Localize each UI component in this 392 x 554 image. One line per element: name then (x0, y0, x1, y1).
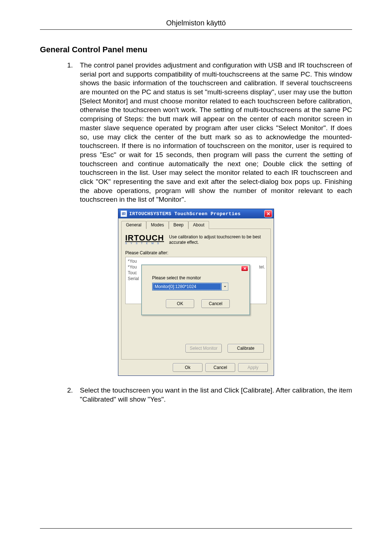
brand-block: IRTOUCH S Y S T E M S (125, 233, 164, 245)
tab-bar: General Modes Beep About (121, 221, 271, 229)
apply-button[interactable]: Apply (238, 363, 268, 372)
inner-cancel-button[interactable]: Cancel (201, 299, 230, 308)
tab-modes[interactable]: Modes (146, 221, 169, 229)
tab-general[interactable]: General (121, 221, 146, 229)
list-item: *You (128, 259, 264, 264)
dialog-titlebar: IR IRTOUCHSYSTEMS TouchScreen Properties… (118, 209, 274, 218)
brand-description: Use calibration to adjust touchscreen to… (169, 233, 267, 245)
calibrate-button[interactable]: Calibrate (228, 344, 264, 353)
inner-close-icon[interactable]: ✕ (241, 266, 248, 271)
calibrate-after-label: Please Calibrate after: (125, 250, 267, 255)
chevron-down-icon[interactable] (221, 283, 228, 290)
select-monitor-prompt: Please select the monitor (152, 275, 244, 280)
dialog-screenshot: IR IRTOUCHSYSTEMS TouchScreen Properties… (40, 209, 352, 376)
section-title: General Control Panel menu (40, 45, 352, 54)
page-header: Ohjelmiston käyttö (40, 19, 352, 29)
inner-ok-button[interactable]: OK (166, 299, 194, 308)
select-monitor-dialog: ✕ Please select the monitor Monitor[0]:1… (141, 264, 250, 315)
close-icon[interactable]: ✕ (264, 210, 272, 217)
header-divider (40, 29, 352, 30)
monitor-combobox[interactable]: Monitor[0]:1280*1024 (152, 283, 228, 291)
cancel-button[interactable]: Cancel (205, 363, 235, 372)
tab-about[interactable]: About (188, 221, 209, 229)
monitor-combobox-value: Monitor[0]:1280*1024 (152, 283, 221, 290)
dialog-title: IRTOUCHSYSTEMS TouchScreen Properties (129, 211, 264, 217)
brand-logo: IRTOUCH (125, 233, 164, 243)
brand-subtext: S Y S T E M S (125, 242, 164, 245)
ok-button[interactable]: Ok (173, 363, 203, 372)
properties-dialog: IR IRTOUCHSYSTEMS TouchScreen Properties… (118, 209, 274, 376)
select-monitor-button[interactable]: Select Monitor (185, 344, 222, 353)
tab-beep[interactable]: Beep (169, 221, 188, 229)
app-icon: IR (121, 210, 127, 217)
footer-divider (40, 528, 352, 529)
tab-content-general: IRTOUCH S Y S T E M S Use calibration to… (121, 229, 271, 360)
step-1: The control panel provides adjustment an… (75, 61, 352, 204)
step-2: Select the touchscreen you want in the l… (75, 386, 352, 404)
list-truncated-text: tel. (259, 264, 265, 270)
